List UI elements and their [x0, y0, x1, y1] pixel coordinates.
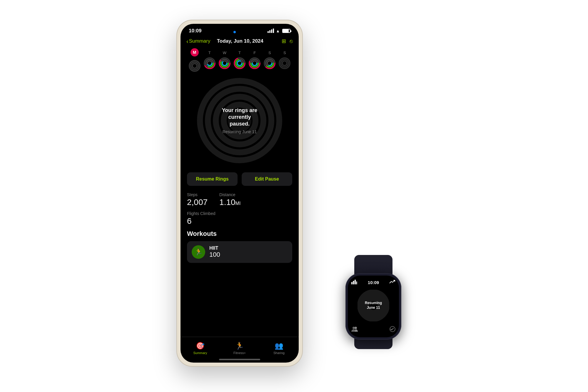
distance-stat: Distance 1.10MI — [219, 192, 240, 207]
monday-ring — [188, 59, 201, 72]
calendar-icon[interactable]: ⊞ — [282, 38, 286, 44]
day-tuesday[interactable]: T — [203, 51, 216, 70]
main-ring-area: Your rings are currently paused. Resumin… — [181, 74, 299, 168]
monday-badge: M — [191, 48, 199, 56]
friday-label: F — [253, 51, 256, 55]
day-wednesday[interactable]: W — [218, 51, 231, 70]
saturday-ring — [263, 57, 276, 70]
resume-rings-button[interactable]: Resume Rings — [187, 172, 238, 186]
thursday-label: T — [238, 51, 241, 55]
sharing-tab-icon: 👥 — [275, 342, 283, 350]
wifi-icon: ▲ — [276, 29, 280, 33]
ring-text-overlay: Your rings are currently paused. Resumin… — [218, 107, 262, 134]
tab-summary[interactable]: 🎯 Summary — [181, 339, 220, 357]
ring-resume-subtext: Resuming June 11 — [218, 129, 262, 134]
home-indicator — [219, 359, 260, 360]
flights-label: Flights Climbed — [187, 211, 292, 216]
bluetooth-icon — [233, 31, 236, 33]
day-saturday[interactable]: S — [263, 51, 276, 70]
week-row: M T — [181, 47, 299, 74]
day-thursday[interactable]: T — [233, 51, 246, 70]
watch-time: 10:09 — [368, 280, 379, 285]
summary-tab-icon: 🎯 — [196, 342, 205, 350]
workout-info: HIIT 100 — [209, 246, 220, 258]
watch-bar-chart-icon — [351, 280, 357, 285]
svg-point-35 — [282, 61, 287, 66]
tab-bar: 🎯 Summary 🏃 Fitness+ 👥 Sharing — [181, 337, 299, 357]
distance-value: 1.10MI — [219, 198, 240, 207]
nav-title: Today, Jun 10, 2024 — [198, 38, 282, 44]
workout-card[interactable]: 🏃 HIIT 100 — [187, 241, 292, 263]
svg-point-48 — [353, 327, 355, 329]
watch-bottom-row — [351, 326, 395, 333]
workout-name: HIIT — [209, 246, 220, 251]
watch-people-icon — [351, 326, 358, 333]
thursday-ring — [233, 57, 246, 70]
flights-value: 6 — [187, 216, 292, 226]
iphone-screen: 10:09 ▲ — [181, 24, 299, 363]
day-friday[interactable]: F — [248, 51, 261, 70]
battery-icon — [282, 29, 290, 33]
watch-trending-icon — [390, 280, 395, 285]
fitness-tab-icon: 🏃 — [235, 342, 244, 350]
day-sunday[interactable]: S — [278, 51, 291, 70]
tuesday-label: T — [208, 51, 211, 55]
summary-tab-label: Summary — [193, 351, 207, 355]
saturday-label: S — [268, 51, 271, 55]
sunday-ring — [278, 57, 291, 70]
watch-activity-icon — [390, 326, 395, 333]
tab-fitness-plus[interactable]: 🏃 Fitness+ — [220, 339, 259, 357]
friday-ring — [248, 57, 261, 70]
main-ring-container: Your rings are currently paused. Resumin… — [196, 76, 284, 165]
status-icons: ▲ — [268, 29, 290, 33]
iphone-device: 10:09 ▲ — [176, 20, 303, 367]
status-bar: 10:09 ▲ — [181, 24, 299, 36]
svg-rect-42 — [353, 281, 354, 284]
flights-stat: Flights Climbed 6 — [187, 211, 292, 226]
signal-bars-icon — [268, 29, 274, 33]
distance-label: Distance — [219, 192, 240, 197]
tuesday-ring — [203, 57, 216, 70]
ring-paused-headline: Your rings are currently paused. — [218, 107, 262, 127]
chevron-left-icon: ‹ — [186, 38, 188, 45]
workouts-section: Workouts 🏃 HIIT 100 — [181, 230, 299, 263]
edit-pause-button[interactable]: Edit Pause — [242, 172, 292, 186]
steps-label: Steps — [187, 192, 208, 197]
watch-screen: 10:09 Resuming June 11 — [348, 276, 399, 337]
watch-ring-area: Resuming June 11 — [358, 290, 389, 321]
steps-value: 2,007 — [187, 198, 208, 207]
watch-crown — [401, 300, 401, 313]
stats-row-1: Steps 2,007 Distance 1.10MI — [187, 192, 292, 207]
share-icon[interactable]: ⎋ — [290, 38, 293, 44]
svg-rect-41 — [351, 282, 353, 284]
fitness-tab-label: Fitness+ — [233, 351, 246, 355]
svg-point-49 — [355, 327, 357, 329]
svg-rect-43 — [355, 280, 356, 284]
svg-rect-44 — [356, 281, 357, 284]
watch-top-row: 10:09 — [351, 280, 395, 285]
workout-hiit-icon: 🏃 — [192, 245, 205, 259]
action-buttons: Resume Rings Edit Pause — [181, 168, 299, 190]
steps-stat: Steps 2,007 — [187, 192, 208, 207]
tab-sharing[interactable]: 👥 Sharing — [259, 339, 299, 357]
nav-bar: ‹ Summary Today, Jun 10, 2024 ⊞ ⎋ — [181, 36, 299, 47]
svg-point-2 — [192, 64, 197, 68]
wednesday-label: W — [223, 51, 226, 55]
day-monday[interactable]: M — [188, 48, 201, 72]
workouts-title: Workouts — [187, 230, 292, 238]
stats-section: Steps 2,007 Distance 1.10MI Flights Clim… — [181, 190, 299, 230]
sharing-tab-label: Sharing — [273, 351, 285, 355]
spacer — [181, 263, 299, 337]
workout-value: 100 — [209, 251, 220, 258]
scene: 10:09 ▲ — [176, 20, 412, 373]
watch-ring-text: Resuming June 11 — [365, 301, 382, 310]
nav-right-icons: ⊞ ⎋ — [282, 38, 293, 44]
wednesday-ring — [218, 57, 231, 70]
watch-case: 10:09 Resuming June 11 — [345, 273, 401, 340]
status-time: 10:09 — [189, 28, 201, 34]
sunday-label: S — [283, 51, 286, 55]
apple-watch: 10:09 Resuming June 11 — [335, 255, 412, 349]
